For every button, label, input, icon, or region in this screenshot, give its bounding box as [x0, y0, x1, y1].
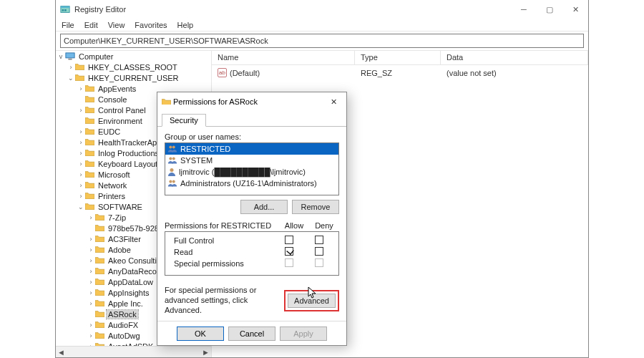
menu-view[interactable]: View: [108, 21, 125, 29]
folder-icon: [95, 256, 104, 264]
principals-listbox[interactable]: RESTRICTED SYSTEM ljmitrovic (██████████…: [165, 142, 339, 195]
svg-point-10: [170, 168, 174, 172]
svg-point-11: [169, 180, 172, 183]
group-user-label: Group or user names:: [165, 132, 339, 141]
minimize-button[interactable]: ─: [511, 0, 537, 19]
expander-icon[interactable]: ›: [87, 300, 94, 307]
folder-icon: [75, 63, 84, 71]
permissions-box: Full Control Read Special permissions: [165, 231, 339, 276]
maximize-button[interactable]: ▢: [537, 0, 562, 19]
add-button[interactable]: Add...: [240, 200, 288, 214]
folder-icon: [85, 181, 94, 189]
dialog-close-button[interactable]: ✕: [321, 92, 346, 111]
folder-icon: [85, 149, 94, 157]
folder-icon: [95, 299, 104, 307]
string-value-icon: ab: [218, 68, 227, 77]
expander-icon[interactable]: ⌄: [77, 203, 84, 211]
tree-item[interactable]: ⌄HKEY_CURRENT_USER: [56, 72, 211, 83]
expander-icon[interactable]: ›: [87, 321, 94, 329]
expander-icon[interactable]: ›: [77, 171, 84, 178]
folder-icon: [85, 192, 94, 200]
menu-edit[interactable]: Edit: [84, 21, 98, 29]
address-bar[interactable]: Computer\HKEY_CURRENT_USER\SOFTWARE\ASRo…: [60, 34, 584, 48]
titlebar: Registry Editor ─ ▢ ✕: [56, 0, 588, 19]
menu-file[interactable]: File: [62, 21, 74, 29]
expander-icon[interactable]: ›: [77, 193, 84, 200]
svg-rect-4: [66, 53, 74, 58]
folder-icon: [85, 160, 94, 168]
apply-button[interactable]: Apply: [280, 326, 327, 341]
permissions-dialog: Permissions for ASRock ✕ Security Group …: [157, 92, 347, 346]
expander-icon[interactable]: ›: [77, 139, 84, 146]
remove-button[interactable]: Remove: [292, 200, 339, 214]
cancel-button[interactable]: Cancel: [228, 326, 275, 341]
group-icon: [167, 156, 177, 165]
deny-checkbox[interactable]: [315, 247, 323, 256]
value-row[interactable]: ab(Default) REG_SZ (value not set): [212, 65, 588, 80]
folder-icon: [95, 278, 104, 286]
expander-icon[interactable]: ›: [87, 268, 94, 275]
principal-row[interactable]: ljmitrovic (██████████\ljmitrovic): [165, 166, 338, 178]
deny-checkbox[interactable]: [315, 236, 323, 244]
svg-rect-1: [61, 6, 69, 9]
allow-checkbox[interactable]: [285, 247, 293, 256]
folder-icon: [85, 170, 94, 178]
folder-icon: [95, 235, 104, 243]
expander-icon[interactable]: ›: [77, 150, 84, 157]
folder-icon: [95, 321, 104, 329]
folder-icon: [85, 84, 94, 92]
tree-root[interactable]: vComputer: [56, 51, 211, 62]
svg-rect-5: [68, 59, 72, 60]
expander-icon[interactable]: ›: [87, 279, 94, 286]
group-icon: [167, 145, 177, 153]
scroll-right-icon[interactable]: ►: [202, 348, 210, 357]
expander-icon[interactable]: ›: [87, 236, 94, 243]
expander-icon[interactable]: ›: [87, 257, 94, 264]
permission-name: Full Control: [170, 236, 274, 245]
folder-icon: [85, 117, 94, 125]
folder-icon: [85, 95, 94, 103]
svg-point-6: [169, 145, 172, 148]
tab-security[interactable]: Security: [162, 114, 206, 127]
col-allow: Allow: [279, 221, 309, 230]
allow-checkbox[interactable]: [285, 236, 293, 244]
folder-icon: [85, 203, 94, 211]
col-type[interactable]: Type: [355, 51, 441, 64]
expander-icon[interactable]: ›: [87, 332, 94, 339]
permission-row: Read: [170, 246, 334, 258]
window-title: Registry Editor: [74, 5, 126, 14]
principal-row[interactable]: RESTRICTED: [165, 143, 338, 155]
expander-icon[interactable]: ›: [77, 160, 84, 168]
col-deny: Deny: [309, 221, 339, 230]
folder-icon: [75, 74, 84, 82]
folder-icon: [95, 267, 104, 275]
principal-row[interactable]: SYSTEM: [165, 155, 338, 166]
computer-icon: [65, 52, 75, 60]
scroll-left-icon[interactable]: ◄: [57, 348, 65, 357]
tree-item[interactable]: ›HKEY_CLASSES_ROOT: [56, 62, 211, 72]
allow-checkbox: [285, 258, 293, 267]
expander-icon[interactable]: ›: [77, 128, 84, 135]
menu-help[interactable]: Help: [177, 21, 194, 29]
advanced-highlight: Advanced: [284, 290, 339, 311]
expander-icon[interactable]: ›: [87, 289, 94, 296]
col-data[interactable]: Data: [441, 51, 588, 64]
svg-point-7: [172, 145, 175, 148]
expander-icon[interactable]: ›: [77, 85, 84, 92]
expander-icon[interactable]: ›: [67, 64, 74, 71]
expander-icon[interactable]: ›: [87, 214, 94, 221]
advanced-button[interactable]: Advanced: [288, 294, 336, 308]
col-name[interactable]: Name: [212, 51, 355, 64]
close-button[interactable]: ✕: [562, 0, 588, 19]
menu-favorites[interactable]: Favorites: [135, 21, 167, 29]
dialog-title: Permissions for ASRock: [173, 97, 258, 106]
svg-point-12: [172, 180, 175, 183]
permission-name: Special permissions: [170, 259, 274, 268]
expander-icon[interactable]: ›: [77, 107, 84, 114]
expander-icon[interactable]: ⌄: [67, 74, 74, 82]
ok-button[interactable]: OK: [177, 326, 224, 341]
folder-icon: [95, 213, 104, 221]
principal-row[interactable]: Administrators (UZ16-1\Administrators): [165, 178, 338, 189]
expander-icon[interactable]: ›: [77, 182, 84, 189]
expander-icon[interactable]: ›: [87, 246, 94, 253]
